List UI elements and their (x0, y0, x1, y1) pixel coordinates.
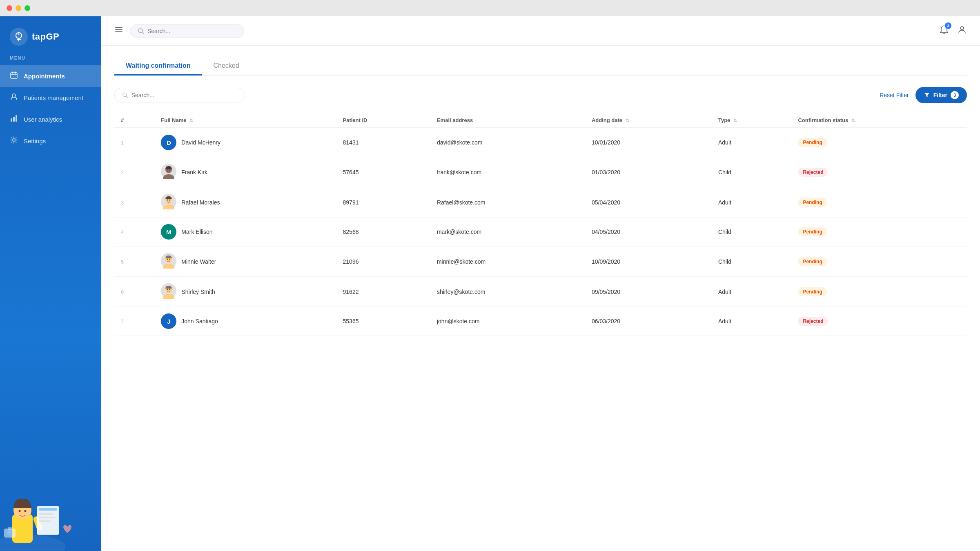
cell-email: Rafael@skote.com (430, 187, 585, 218)
main-content: 3 Waiting confirmation Checked (101, 16, 980, 551)
cell-patient-id: 55365 (336, 307, 430, 336)
notification-badge: 3 (945, 22, 951, 29)
table-row[interactable]: 7 J John Santiago 55365 john@skote.com 0… (114, 307, 967, 336)
sidebar-illustration (0, 469, 101, 551)
menu-toggle-button[interactable] (114, 25, 123, 36)
col-fullname[interactable]: Full Name ⇅ (154, 113, 336, 128)
cell-number: 6 (114, 277, 154, 307)
status-badge: Rejected (798, 168, 828, 177)
cell-email: john@skote.com (430, 307, 585, 336)
sort-icon-date: ⇅ (626, 118, 629, 123)
cell-status: Pending (791, 187, 967, 218)
minimize-button[interactable] (16, 5, 21, 11)
sidebar-item-patients[interactable]: Patients management (0, 87, 101, 109)
status-badge: Pending (798, 257, 827, 266)
settings-label: Settings (24, 138, 46, 144)
menu-label: MENU (0, 56, 101, 65)
table-row[interactable]: 4 M Mark Ellison 82568 mark@skote.com 04… (114, 218, 967, 247)
status-badge: Pending (798, 287, 827, 296)
svg-rect-8 (11, 118, 12, 122)
table-row[interactable]: 1 D David McHenry 81431 david@skote.com … (114, 128, 967, 157)
svg-line-34 (126, 96, 128, 98)
cell-name: Frank Kirk (154, 157, 336, 187)
window-chrome (0, 0, 980, 16)
maximize-button[interactable] (24, 5, 30, 11)
tab-checked[interactable]: Checked (202, 57, 251, 76)
cell-type: Adult (712, 307, 791, 336)
avatar: M (161, 224, 176, 240)
tab-waiting-confirmation[interactable]: Waiting confirmation (114, 57, 202, 76)
cell-email: frank@skote.com (430, 157, 585, 187)
close-button[interactable] (7, 5, 12, 11)
patients-table: # Full Name ⇅ Patient ID Email address A… (114, 113, 967, 336)
svg-point-45 (167, 259, 168, 260)
sort-icon-status: ⇅ (851, 118, 855, 123)
status-badge: Pending (798, 227, 827, 236)
col-status[interactable]: Confirmation status ⇅ (791, 113, 967, 128)
sidebar-item-appointments[interactable]: Appointments (0, 65, 101, 87)
avatar: J (161, 313, 176, 329)
filter-button[interactable]: Filter 3 (915, 87, 967, 103)
avatar (161, 283, 176, 300)
topbar-search[interactable] (130, 24, 244, 38)
logo-text: tapGP (32, 31, 59, 42)
table-search[interactable] (114, 88, 245, 102)
table-header-row: # Full Name ⇅ Patient ID Email address A… (114, 113, 967, 128)
filter-icon (924, 92, 930, 98)
topbar: 3 (101, 16, 980, 46)
cell-date: 09/05/2020 (585, 277, 712, 307)
cell-name: M Mark Ellison (154, 218, 336, 247)
cell-patient-id: 89791 (336, 187, 430, 218)
notification-button[interactable]: 3 (938, 23, 951, 39)
cell-date: 01/03/2020 (585, 157, 712, 187)
cell-status: Pending (791, 277, 967, 307)
svg-rect-21 (39, 517, 55, 518)
table-row[interactable]: 3 Rafael Morales 89791 Rafael@skote.com … (114, 187, 967, 218)
col-type[interactable]: Type ⇅ (712, 113, 791, 128)
cell-date: 04/05/2020 (585, 218, 712, 247)
search-icon (138, 28, 144, 34)
svg-point-50 (169, 289, 170, 290)
sort-icon-name: ⇅ (189, 118, 193, 123)
avatar (161, 253, 176, 270)
cell-patient-id: 81431 (336, 128, 430, 157)
sidebar-item-analytics[interactable]: User analytics (0, 109, 101, 130)
cell-status: Pending (791, 247, 967, 277)
cell-date: 10/09/2020 (585, 247, 712, 277)
cell-email: minnie@skote.com (430, 247, 585, 277)
filter-label: Filter (933, 92, 947, 98)
analytics-label: User analytics (24, 116, 62, 123)
content-area: Waiting confirmation Checked Reset Filte… (101, 46, 980, 551)
svg-rect-24 (8, 527, 12, 530)
patients-label: Patients management (24, 94, 83, 101)
svg-line-31 (142, 32, 144, 34)
table-row[interactable]: 6 Shirley Smith 91622 shirley@skote.com … (114, 277, 967, 307)
svg-point-7 (12, 94, 16, 97)
svg-point-16 (24, 510, 27, 512)
svg-rect-10 (16, 115, 17, 122)
cell-status: Pending (791, 128, 967, 157)
sidebar-item-settings[interactable]: Settings (0, 130, 101, 152)
svg-rect-9 (13, 117, 15, 122)
svg-point-15 (19, 510, 21, 512)
table-search-input[interactable] (131, 92, 237, 98)
status-badge: Pending (798, 198, 827, 207)
cell-date: 10/01/2020 (585, 128, 712, 157)
cell-name: Rafael Morales (154, 187, 336, 218)
cell-patient-id: 57645 (336, 157, 430, 187)
table-row[interactable]: 2 Frank Kirk 57645 frank@skote.com 01/03… (114, 157, 967, 187)
cell-status: Rejected (791, 307, 967, 336)
appointments-icon (10, 71, 18, 81)
svg-rect-20 (39, 513, 53, 515)
reset-filter-button[interactable]: Reset Filter (880, 92, 909, 98)
cell-date: 06/03/2020 (585, 307, 712, 336)
topbar-search-input[interactable] (147, 28, 229, 34)
cell-status: Rejected (791, 157, 967, 187)
table-row[interactable]: 5 Minnie Walter 21096 minnie@skote.com 1… (114, 247, 967, 277)
cell-name: Minnie Walter (154, 247, 336, 277)
cell-date: 05/04/2020 (585, 187, 712, 218)
user-menu-button[interactable] (957, 25, 967, 37)
col-date[interactable]: Adding date ⇅ (585, 113, 712, 128)
tabs: Waiting confirmation Checked (114, 57, 967, 76)
cell-number: 1 (114, 128, 154, 157)
